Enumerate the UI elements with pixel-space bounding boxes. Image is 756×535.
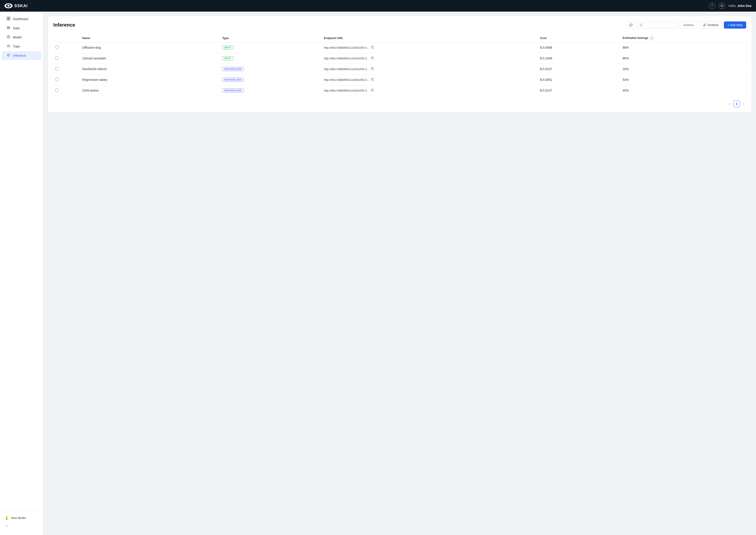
- testbed-button[interactable]: Testbed: [700, 21, 722, 29]
- inference-icon: [6, 53, 11, 58]
- collapse-icon: ‹: [6, 523, 8, 528]
- row-name: Regression-salary: [79, 74, 219, 85]
- row-radio[interactable]: [55, 67, 59, 70]
- copy-icon[interactable]: [371, 78, 374, 82]
- row-savings: 54%: [619, 74, 746, 85]
- sidebar-item-inference[interactable]: Inference: [2, 51, 41, 60]
- sidebar-nav: Dashboard Data Model Train: [0, 14, 43, 512]
- col-header-cost: Cost: [536, 34, 619, 42]
- inference-table: Name Type Endpoint URL Cost Estimated Sa…: [53, 34, 746, 96]
- svg-rect-3: [7, 17, 8, 18]
- testbed-label: Testbed: [707, 23, 718, 27]
- row-type: SERVERLESS: [219, 85, 320, 96]
- new-model-item[interactable]: 💡 New Model: [2, 514, 41, 522]
- svg-point-11: [8, 36, 9, 37]
- table-header: Name Type Endpoint URL Cost Estimated Sa…: [53, 34, 746, 42]
- row-name: Llama2-assistant: [79, 53, 219, 64]
- svg-rect-4: [9, 17, 10, 18]
- train-icon: [6, 44, 11, 49]
- logo-icon: [5, 3, 13, 9]
- logo-text: SSKAI: [14, 4, 28, 8]
- sidebar-item-label: Data: [13, 26, 20, 30]
- row-savings: 86%: [619, 42, 746, 53]
- table-row: ResNet34-cifar10 SERVERLESS http://k8s-5…: [53, 64, 746, 74]
- header: SSKAI ? ⚙ Hello, John Doe: [0, 0, 756, 12]
- row-savings: 40%: [619, 85, 746, 96]
- row-endpoint: http://k8s-5d9b890e13164e258-3...: [320, 74, 536, 85]
- svg-rect-6: [9, 19, 10, 20]
- model-icon: [6, 35, 11, 40]
- row-radio[interactable]: [55, 88, 59, 92]
- row-type: SERVERLESS: [219, 74, 320, 85]
- table-row: Diffusion-dog SPOT http://k8s-5d9b890e13…: [53, 42, 746, 53]
- row-endpoint: http://k8s-5d9b890e13164e258-3...: [320, 42, 536, 53]
- sidebar-collapse-button[interactable]: ‹: [2, 522, 41, 530]
- add-new-button[interactable]: + Add New: [724, 21, 746, 29]
- sidebar-item-model[interactable]: Model: [2, 33, 41, 42]
- page-1-button[interactable]: 1: [734, 100, 740, 107]
- table-row: Llama2-assistant SPOT http://k8s-5d9b890…: [53, 53, 746, 64]
- svg-rect-14: [372, 47, 373, 48]
- type-badge: SPOT: [222, 56, 233, 60]
- sidebar: Dashboard Data Model Train: [0, 12, 43, 535]
- svg-rect-16: [372, 68, 373, 70]
- col-header-endpoint: Endpoint URL: [320, 34, 536, 42]
- search-input[interactable]: [644, 23, 675, 27]
- row-radio[interactable]: [55, 45, 59, 49]
- type-badge: SPOT: [222, 45, 233, 49]
- new-model-icon: 💡: [5, 516, 9, 520]
- col-header-savings: Estimated Savings i: [619, 34, 746, 42]
- col-header-check: [53, 34, 79, 42]
- row-select-cell: [53, 85, 79, 96]
- row-radio[interactable]: [55, 56, 59, 60]
- row-select-cell: [53, 42, 79, 53]
- table-row: GAN-anime SERVERLESS http://k8s-5d9b890e…: [53, 85, 746, 96]
- type-badge: SERVERLESS: [222, 78, 244, 82]
- type-badge: SERVERLESS: [222, 67, 244, 71]
- copy-icon[interactable]: [371, 67, 374, 71]
- pagination: ‹ 1 ›: [53, 100, 746, 107]
- refresh-button[interactable]: [627, 21, 635, 29]
- col-header-name: Name: [79, 34, 219, 42]
- table-row: Regression-salary SERVERLESS http://k8s-…: [53, 74, 746, 85]
- svg-rect-17: [372, 79, 373, 81]
- sidebar-item-label: Inference: [13, 54, 26, 57]
- row-name: Diffusion-dog: [79, 42, 219, 53]
- sidebar-item-train[interactable]: Train: [2, 42, 41, 51]
- copy-icon[interactable]: [371, 89, 374, 93]
- data-icon: [6, 26, 11, 30]
- toolbar: Inference Actions Testbed + Add New: [53, 21, 746, 29]
- help-button[interactable]: ?: [709, 3, 715, 9]
- row-select-cell: [53, 53, 79, 64]
- prev-page-button[interactable]: ‹: [727, 101, 732, 107]
- savings-info-icon: i: [650, 36, 654, 40]
- header-right: ? ⚙ Hello, John Doe: [709, 3, 751, 9]
- row-cost: $ 0.0088: [536, 42, 619, 53]
- row-cost: $ 0.0137: [536, 85, 619, 96]
- table: Name Type Endpoint URL Cost Estimated Sa…: [53, 34, 746, 96]
- copy-icon[interactable]: [371, 56, 374, 60]
- refresh-icon: [629, 23, 633, 27]
- endpoint-url: http://k8s-5d9b890e13164e258-3...: [324, 57, 369, 60]
- svg-rect-9: [7, 28, 10, 29]
- next-page-button[interactable]: ›: [742, 101, 746, 107]
- row-select-cell: [53, 64, 79, 74]
- copy-icon[interactable]: [371, 46, 374, 49]
- search-icon: [640, 23, 642, 27]
- sidebar-item-dashboard[interactable]: Dashboard: [2, 14, 41, 23]
- sidebar-item-label: Train: [13, 45, 20, 48]
- svg-point-2: [7, 5, 10, 7]
- row-name: GAN-anime: [79, 85, 219, 96]
- sidebar-item-data[interactable]: Data: [2, 24, 41, 33]
- row-name: ResNet34-cifar10: [79, 64, 219, 74]
- row-radio[interactable]: [55, 78, 59, 81]
- row-endpoint: http://k8s-5d9b890e13164e258-3...: [320, 85, 536, 96]
- settings-button[interactable]: ⚙: [719, 3, 725, 9]
- sidebar-bottom: 💡 New Model ‹: [0, 512, 43, 532]
- table-body: Diffusion-dog SPOT http://k8s-5d9b890e13…: [53, 42, 746, 96]
- actions-button[interactable]: Actions: [680, 21, 697, 29]
- row-type: SPOT: [219, 42, 320, 53]
- row-cost: $ 0.0051: [536, 74, 619, 85]
- row-savings: 86%: [619, 53, 746, 64]
- row-select-cell: [53, 74, 79, 85]
